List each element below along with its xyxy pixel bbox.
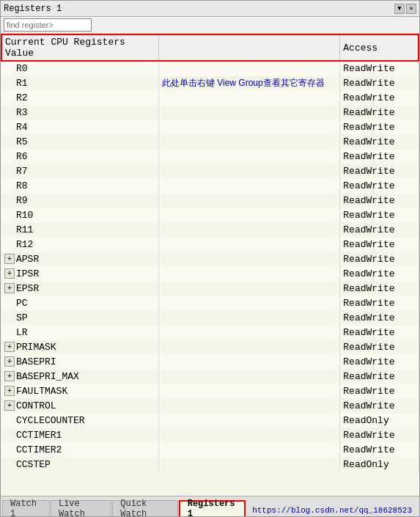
window-title: Registers 1	[4, 4, 62, 14]
reg-access-cell: ReadWrite	[340, 193, 419, 208]
reg-value-cell	[158, 208, 339, 222]
table-row: +IPSRReadWrite	[1, 266, 419, 281]
tab-watch-1[interactable]: Watch 1	[2, 500, 50, 516]
table-row: R1此处单击右键 View Group查看其它寄存器ReadWrite	[1, 76, 419, 90]
reg-value-cell	[158, 149, 339, 164]
expand-icon[interactable]: +	[4, 400, 15, 411]
expand-icon[interactable]: +	[4, 283, 15, 293]
table-row: R6ReadWrite	[1, 149, 419, 164]
reg-name-label: R9	[1, 193, 158, 208]
reg-value-cell	[158, 266, 339, 281]
reg-name-label: R1	[1, 76, 158, 90]
registers-window: Registers 1 ▼ ✕ Current CPU Registers Va…	[0, 0, 420, 517]
reg-name-label: CONTROL	[16, 400, 56, 411]
reg-value-cell	[158, 281, 339, 296]
reg-value-cell	[158, 120, 339, 134]
reg-value-cell	[158, 354, 339, 369]
table-row: R3ReadWrite	[1, 105, 419, 120]
table-row: R4ReadWrite	[1, 120, 419, 134]
pin-icon[interactable]: ▼	[394, 4, 405, 14]
reg-access-cell: ReadWrite	[340, 90, 419, 105]
table-row: R9ReadWrite	[1, 193, 419, 208]
reg-value-cell	[158, 134, 339, 149]
reg-access-cell: ReadWrite	[340, 120, 419, 134]
reg-access-cell: ReadWrite	[340, 310, 419, 325]
expand-icon[interactable]: +	[4, 342, 15, 352]
reg-name-cell: +EPSR	[1, 281, 158, 296]
tab-registers-1[interactable]: Registers 1	[179, 500, 246, 516]
registers-table[interactable]: Current CPU Registers Value Access R0Rea…	[1, 34, 419, 496]
table-row: +BASEPRI_MAXReadWrite	[1, 369, 419, 384]
reg-name-label: BASEPRI_MAX	[16, 371, 79, 382]
reg-access-cell: ReadWrite	[340, 134, 419, 149]
col-header-name: Current CPU Registers Value	[1, 34, 158, 61]
table-row: R2ReadWrite	[1, 90, 419, 105]
reg-value-cell	[158, 384, 339, 398]
expand-icon[interactable]: +	[4, 386, 15, 396]
tab-quick-watch[interactable]: Quick Watch	[112, 500, 177, 516]
reg-value-cell	[158, 237, 339, 252]
table-row: PCReadWrite	[1, 296, 419, 310]
reg-value-cell	[158, 222, 339, 237]
reg-name-label: CCTIMER1	[1, 428, 158, 442]
reg-access-cell: ReadWrite	[340, 222, 419, 237]
reg-name-label: BASEPRI	[16, 356, 56, 367]
reg-name-label: R2	[1, 90, 158, 105]
tab-live-watch[interactable]: Live Watch	[51, 500, 111, 516]
reg-name-cell: +FAULTMASK	[1, 384, 158, 398]
reg-name-label: R6	[1, 149, 158, 164]
reg-name-cell: +CONTROL	[1, 398, 158, 413]
table-row: R8ReadWrite	[1, 178, 419, 193]
reg-name-label: APSR	[16, 254, 39, 265]
title-bar: Registers 1 ▼ ✕	[1, 1, 419, 17]
reg-value-cell	[158, 310, 339, 325]
reg-access-cell: ReadWrite	[340, 178, 419, 193]
expand-icon[interactable]: +	[4, 268, 15, 279]
reg-value-cell	[158, 413, 339, 428]
search-input[interactable]	[4, 18, 92, 32]
reg-name-label: R10	[1, 208, 158, 222]
tab-bar: Watch 1Live WatchQuick WatchRegisters 1 …	[1, 496, 419, 516]
reg-name-label: R3	[1, 105, 158, 120]
reg-access-cell: ReadWrite	[340, 398, 419, 413]
reg-access-cell: ReadWrite	[340, 208, 419, 222]
tabs-container: Watch 1Live WatchQuick WatchRegisters 1	[2, 500, 246, 516]
reg-value-cell	[158, 398, 339, 413]
reg-value-cell	[158, 61, 339, 76]
reg-access-cell: ReadWrite	[340, 281, 419, 296]
reg-access-cell: ReadWrite	[340, 237, 419, 252]
registers-tbody: R0ReadWriteR1此处单击右键 View Group查看其它寄存器Rea…	[1, 61, 419, 472]
expand-icon[interactable]: +	[4, 371, 15, 381]
title-bar-icons: ▼ ✕	[394, 4, 416, 14]
reg-name-label: R5	[1, 134, 158, 149]
reg-value-cell	[158, 164, 339, 178]
col-header-value	[158, 34, 339, 61]
table-row: R10ReadWrite	[1, 208, 419, 222]
reg-name-label: PC	[1, 296, 158, 310]
table-row: R7ReadWrite	[1, 164, 419, 178]
expand-icon[interactable]: +	[4, 254, 15, 264]
reg-name-cell: +IPSR	[1, 266, 158, 281]
url-display: https://blog.csdn.net/qq_18628523	[246, 505, 418, 516]
table-row: +BASEPRIReadWrite	[1, 354, 419, 369]
reg-access-cell: ReadWrite	[340, 354, 419, 369]
reg-value-cell	[158, 442, 339, 457]
expand-icon[interactable]: +	[4, 356, 15, 367]
reg-value-cell	[158, 193, 339, 208]
reg-value-cell	[158, 296, 339, 310]
table-row: +CONTROLReadWrite	[1, 398, 419, 413]
reg-access-cell: ReadWrite	[340, 369, 419, 384]
reg-access-cell: ReadWrite	[340, 340, 419, 354]
table-row: +EPSRReadWrite	[1, 281, 419, 296]
reg-name-label: R4	[1, 120, 158, 134]
reg-access-cell: ReadWrite	[340, 61, 419, 76]
table-row: +FAULTMASKReadWrite	[1, 384, 419, 398]
reg-value-cell	[158, 178, 339, 193]
reg-access-cell: ReadWrite	[340, 442, 419, 457]
close-icon[interactable]: ✕	[406, 4, 416, 14]
table-row: R11ReadWrite	[1, 222, 419, 237]
table-row: LRReadWrite	[1, 325, 419, 340]
table-row: CCTIMER1ReadWrite	[1, 428, 419, 442]
reg-name-cell: +PRIMASK	[1, 340, 158, 354]
reg-name-label: EPSR	[16, 283, 39, 294]
